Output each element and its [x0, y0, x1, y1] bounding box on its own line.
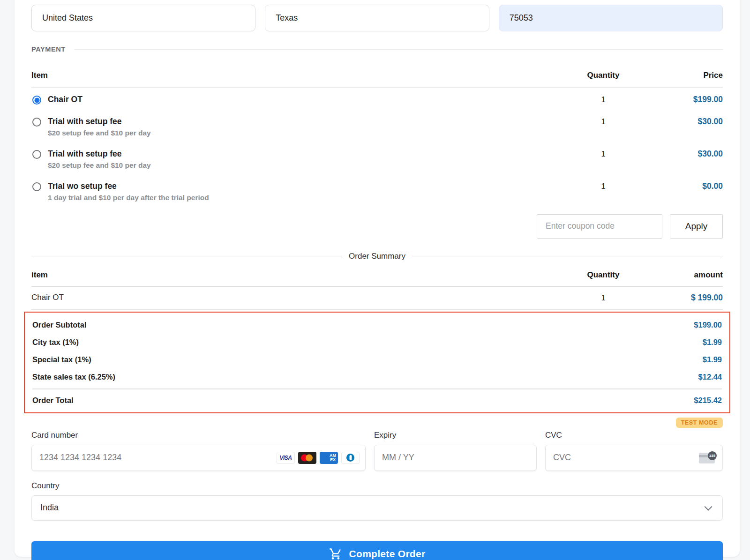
country-select[interactable]: India	[31, 495, 723, 521]
special-tax-label: Special tax (1%)	[32, 355, 91, 364]
item-quantity: 1	[566, 117, 641, 126]
visa-icon: VISA	[277, 452, 295, 464]
cvc-card-icon: 135	[699, 451, 717, 464]
summary-row: Chair OT 1 $ 199.00	[31, 287, 723, 310]
apply-coupon-button[interactable]: Apply	[670, 214, 723, 239]
radio-chair-ot[interactable]	[32, 96, 41, 105]
order-total-value: $215.42	[694, 396, 722, 405]
divider	[31, 256, 342, 256]
city-tax-value: $1.99	[703, 338, 722, 347]
city-tax-row: City tax (1%) $1.99	[32, 334, 722, 351]
summary-item-quantity: 1	[566, 293, 641, 302]
expiry-input[interactable]	[382, 453, 529, 463]
state-tax-value: $12.44	[698, 373, 722, 381]
summary-table-header: item Quantity amount	[31, 270, 723, 287]
coupon-input[interactable]	[537, 214, 662, 239]
complete-order-label: Complete Order	[349, 548, 426, 560]
city-tax-label: City tax (1%)	[32, 338, 79, 347]
country-block: Country India	[31, 481, 723, 521]
item-name: Trial with setup fee	[48, 117, 151, 127]
test-mode-badge: TEST MODE	[676, 418, 723, 428]
radio-trial-with-setup-fee-1[interactable]	[32, 118, 41, 127]
cvc-label: CVC	[545, 431, 723, 440]
country-field[interactable]	[31, 5, 255, 31]
cart-icon	[329, 547, 342, 560]
complete-order-button[interactable]: Complete Order	[31, 541, 723, 560]
checkout-card: PAYMENT Item Quantity Price Chair OT 1 $…	[15, 0, 740, 557]
state-tax-row: State sales tax (6.25%) $12.44	[32, 368, 722, 386]
payment-section-label: PAYMENT	[31, 45, 66, 53]
mastercard-icon	[298, 452, 316, 464]
country-label: Country	[31, 481, 723, 491]
item-price: $30.00	[641, 117, 723, 127]
item-quantity: 1	[566, 181, 641, 191]
item-description: $20 setup fee and $10 per day	[48, 129, 151, 137]
summary-amount-header: amount	[641, 270, 723, 280]
item-table-header: Item Quantity Price	[31, 71, 723, 88]
special-tax-value: $1.99	[703, 355, 722, 364]
expiry-block: Expiry	[374, 431, 537, 471]
item-name: Trial with setup fee	[48, 149, 151, 159]
item-quantity: 1	[566, 149, 641, 158]
item-quantity: 1	[566, 95, 641, 104]
payment-section-header: PAYMENT	[31, 45, 723, 53]
summary-item-amount: $ 199.00	[641, 293, 723, 303]
divider	[412, 256, 723, 256]
subtotal-value: $199.00	[694, 321, 722, 329]
item-name: Trial wo setup fee	[48, 181, 209, 192]
table-row: Trial with setup fee $20 setup fee and $…	[31, 142, 723, 174]
amex-icon: AMEX	[320, 452, 338, 464]
item-price: $199.00	[641, 95, 723, 105]
item-price: $30.00	[641, 149, 723, 159]
summary-item-header: item	[31, 270, 566, 280]
subtotal-label: Order Subtotal	[32, 321, 87, 329]
item-table: Item Quantity Price Chair OT 1 $199.00 T…	[31, 71, 723, 207]
order-summary-header: Order Summary	[31, 252, 723, 261]
card-details-form: Card number VISA AMEX Expiry CVC	[31, 431, 723, 471]
table-row: Chair OT 1 $199.00	[31, 88, 723, 110]
address-row	[31, 5, 723, 31]
state-field[interactable]	[265, 5, 489, 31]
summary-quantity-header: Quantity	[566, 270, 641, 280]
card-number-block: Card number VISA AMEX	[31, 431, 366, 471]
item-column-header: Item	[31, 71, 566, 80]
section-divider	[74, 49, 723, 50]
special-tax-row: Special tax (1%) $1.99	[32, 351, 722, 368]
country-select-value: India	[40, 503, 59, 513]
quantity-column-header: Quantity	[566, 71, 641, 80]
item-description: $20 setup fee and $10 per day	[48, 161, 151, 170]
totals-highlight-box: Order Subtotal $199.00 City tax (1%) $1.…	[24, 312, 730, 413]
item-price: $0.00	[641, 181, 723, 191]
item-description: 1 day trial and $10 per day after the tr…	[48, 194, 209, 202]
order-summary-title: Order Summary	[342, 252, 412, 261]
expiry-label: Expiry	[374, 431, 537, 440]
radio-trial-wo-setup-fee[interactable]	[32, 182, 41, 191]
zip-field[interactable]	[499, 5, 723, 31]
card-brand-icons: VISA AMEX	[277, 452, 360, 464]
cvc-input[interactable]	[553, 453, 715, 463]
table-row: Trial with setup fee $20 setup fee and $…	[31, 110, 723, 142]
table-row: Trial wo setup fee 1 day trial and $10 p…	[31, 174, 723, 207]
price-column-header: Price	[641, 71, 723, 80]
diners-icon	[341, 452, 360, 464]
summary-item-name: Chair OT	[31, 293, 566, 302]
chevron-down-icon	[705, 502, 712, 510]
radio-trial-with-setup-fee-2[interactable]	[32, 150, 41, 159]
card-number-label: Card number	[31, 431, 366, 440]
cvc-block: CVC 135	[545, 431, 723, 471]
order-total-label: Order Total	[32, 396, 74, 405]
order-total-row: Order Total $215.42	[32, 388, 722, 407]
item-name: Chair OT	[48, 95, 82, 105]
coupon-row: Apply	[31, 214, 723, 239]
state-tax-label: State sales tax (6.25%)	[32, 373, 115, 381]
subtotal-row: Order Subtotal $199.00	[32, 316, 722, 334]
